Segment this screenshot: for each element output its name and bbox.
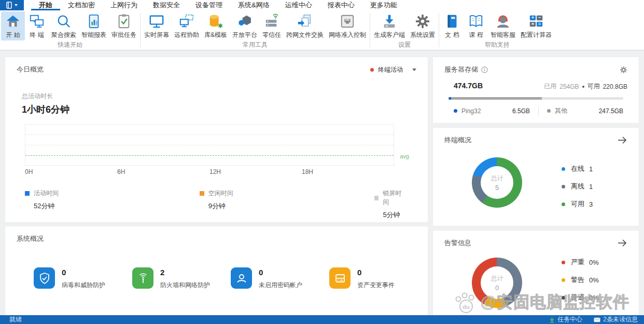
tab-ops-center[interactable]: 运维中心 [277,0,320,10]
system-panel-title: 系统概况 [17,234,44,244]
terminals-legend: 在线 1 离线 1 可用 3 [562,160,593,213]
open-platform-button[interactable]: 开放平台 [230,11,260,40]
database-icon: ✱ [208,13,223,30]
clipboard-check-icon [116,13,132,30]
download-arrow-icon [549,317,555,323]
remote-assist-button[interactable]: 远程协助 [172,11,202,40]
ribbon-group-help-support: 文 档 课 程 智能客服 +−×= 配置计算器 帮助支持 [439,10,555,50]
task-center-button[interactable]: 任务中心 [549,315,582,324]
activity-line-chart: avg [25,124,394,166]
system-settings-button[interactable]: 系统设置 [408,11,438,40]
legend-online: 在线 1 [562,160,593,178]
live-screen-button[interactable]: 实时屏幕 [142,11,172,40]
start-button[interactable]: 开 始 [1,11,25,40]
ribbon-group-settings: 生成客户端 系统设置 设置 [370,10,439,50]
svg-text:−: − [538,15,541,20]
info-icon[interactable] [481,66,488,73]
stat-asset-change-events[interactable]: 0 资产变更事件 [329,267,428,290]
shield-check-icon [34,267,55,289]
gear-icon [415,13,430,30]
tab-system-network[interactable]: 系统&网络 [230,0,277,10]
tab-more-functions[interactable]: 更多功能 [362,0,405,10]
ribbon: 开 始 终 端 聚合搜索 智能报表 [0,10,644,50]
divider [538,107,539,115]
alerts-legend: 严重 0% 警告 0% 普通 0% [562,253,599,306]
today-panel-title: 今日概览 [17,65,44,74]
report-icon [86,13,102,30]
alerts-donut-chart: 总计 0 [472,258,522,308]
generate-client-button[interactable]: 生成客户端 [371,11,408,40]
tab-doc-encryption[interactable]: 文档加密 [60,0,103,10]
open-book-icon [468,13,484,30]
alerts-panel-title: 告警信息 [444,238,471,248]
stat-firewall-network-protection[interactable]: 2 防火墙和网络防护 [132,267,231,290]
app-icon [6,2,13,9]
chart-legend: 活动时间 52分钟 空闲时间 9分钟 锁屏时间 5分钟 [25,189,407,220]
filter-dot-icon [370,68,374,72]
storage-settings-gear-icon[interactable] [620,66,627,74]
smart-support-button[interactable]: 智能客服 [488,11,518,40]
stat-virus-threat-protection[interactable]: 0 病毒和威胁防护 [34,267,132,290]
total-activity-value: 1小时6分钟 [22,103,428,116]
storage-bar-segment [451,97,542,100]
avg-label: avg [400,153,409,159]
monitor-icon [149,13,164,30]
stat-no-password-accounts[interactable]: 0 未启用密码帐户 [231,267,329,290]
zero-trust-button[interactable]: 零信任 [260,11,284,40]
group-label-common-tools: 常用工具 [141,40,370,50]
approval-tasks-button[interactable]: 审批任务 [109,11,139,40]
tab-device-management[interactable]: 设备管理 [188,0,230,10]
download-client-icon [382,13,397,30]
aggregate-search-button[interactable]: 聚合搜索 [49,11,79,40]
smart-report-button[interactable]: 智能报表 [79,11,109,40]
group-label-help-support: 帮助支持 [439,40,555,50]
calculator-icon: +−×= [528,13,544,30]
total-activity-label: 总活动时长 [22,92,428,101]
headset-agent-icon [495,13,511,30]
panel-server-storage: 服务器存储 474.7GB 已用254GB 可用220.8GB Ping32 [433,57,639,123]
library-templates-button[interactable]: ✱ 库&模板 [202,11,230,40]
alerts-detail-arrow-icon[interactable] [617,239,627,247]
status-bar: 就绪 任务中心 2条未读信息 [0,315,644,324]
unread-messages-button[interactable]: 2条未读信息 [594,315,638,324]
legend-offline: 离线 1 [562,178,593,195]
svg-text:=: = [538,21,541,26]
tab-data-security[interactable]: 数据安全 [145,0,188,10]
search-icon [56,13,72,30]
courses-button[interactable]: 课 程 [464,11,488,40]
legend-active-time: 活动时间 52分钟 [25,189,200,220]
dashboard: 今日概览 终端活动 总活动时长 1小时6分钟 avg 0H 6H 12H 18H [0,50,644,315]
tab-web-behavior[interactable]: 上网行为 [103,0,145,10]
legend-critical: 严重 0% [562,253,599,271]
storage-total: 474.7GB [454,82,483,90]
app-menu-button[interactable] [0,0,24,10]
terminal-button[interactable]: 终 端 [25,11,49,40]
ribbon-group-quick-start: 开 始 终 端 聚合搜索 智能报表 [0,10,140,50]
legend-available: 可用 3 [562,195,593,213]
terminal-activity-dropdown[interactable]: 终端活动 [370,65,416,74]
asset-disk-icon [329,267,351,289]
tab-start[interactable]: 开始 [31,0,60,10]
svg-text:×: × [531,21,535,26]
chevron-down-icon [412,69,416,71]
terminals-detail-arrow-icon[interactable] [617,137,627,144]
envelope-icon [594,317,600,322]
storage-used-free: 已用254GB 可用220.8GB [544,82,627,91]
file-exchange-icon [297,13,313,30]
legend-lock-screen-time: 锁屏时间 5分钟 [374,189,407,220]
user-icon [231,267,252,289]
panel-terminal-overview: 终端概况 总计 5 在线 1 离线 [433,128,639,226]
terminals-icon [29,13,45,30]
svg-text:✱: ✱ [218,22,223,29]
network-access-control-button[interactable]: 网络准入控制 [326,11,369,40]
app-menu-caret-icon [15,4,18,6]
legend-idle-time: 空闲时间 9分钟 [200,189,374,220]
config-calculator-button[interactable]: +−×= 配置计算器 [518,11,554,40]
tab-report-center[interactable]: 报表中心 [320,0,362,10]
server-wifi-icon [264,13,279,30]
cross-network-file-exchange-button[interactable]: 跨网文件交换 [284,11,326,40]
storage-panel-title: 服务器存储 [444,65,488,74]
legend-warning: 警告 0% [562,271,599,289]
docs-button[interactable]: 文 档 [440,11,464,40]
storage-item-other: 其他 247.5GB [547,106,623,115]
